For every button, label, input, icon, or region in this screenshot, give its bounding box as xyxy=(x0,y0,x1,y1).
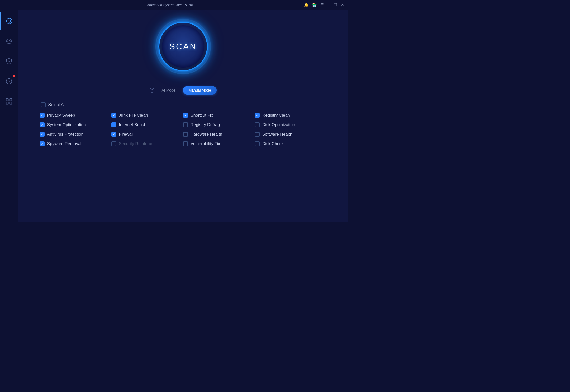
list-item[interactable]: Hardware Health xyxy=(183,132,255,137)
hardware-health-label: Hardware Health xyxy=(191,132,222,137)
close-icon[interactable]: ✕ xyxy=(341,3,344,7)
list-item[interactable]: Disk Optimization xyxy=(255,122,327,127)
hardware-health-checkbox[interactable] xyxy=(183,132,188,137)
shortcut-fix-checkbox[interactable] xyxy=(183,113,188,118)
list-item[interactable]: Antivirus Protection xyxy=(40,132,112,137)
registry-clean-label: Registry Clean xyxy=(262,113,290,118)
ai-mode-button[interactable]: AI Mode xyxy=(156,86,181,95)
checkbox-row-2: System Optimization Internet Boost Regis… xyxy=(40,122,327,127)
select-all-label: Select All xyxy=(48,102,66,107)
scan-inner-circle: SCAN xyxy=(162,25,204,68)
junk-file-clean-label: Junk File Clean xyxy=(119,113,148,118)
system-optimization-checkbox[interactable] xyxy=(40,122,45,127)
list-item[interactable]: Security Reinforce xyxy=(111,141,183,146)
antivirus-protection-checkbox[interactable] xyxy=(40,132,45,137)
spyware-removal-checkbox[interactable] xyxy=(40,141,45,146)
list-item[interactable]: Shortcut Fix xyxy=(183,113,255,118)
sidebar-item-home[interactable] xyxy=(0,12,18,30)
mode-selector: ? AI Mode Manual Mode xyxy=(150,86,217,95)
privacy-sweep-label: Privacy Sweep xyxy=(47,113,75,118)
list-item[interactable]: Software Health xyxy=(255,132,327,137)
scan-button[interactable]: SCAN xyxy=(154,17,212,75)
svg-rect-5 xyxy=(6,102,8,104)
vulnerability-fix-label: Vulnerability Fix xyxy=(191,141,220,146)
security-reinforce-checkbox[interactable] xyxy=(111,141,116,146)
internet-boost-checkbox[interactable] xyxy=(111,122,116,127)
checkbox-row-4: Spyware Removal Security Reinforce Vulne… xyxy=(40,141,327,146)
main-layout: SCAN ? AI Mode Manual Mode Select All Pr… xyxy=(0,10,348,222)
menu-icon[interactable]: ☰ xyxy=(320,3,324,7)
svg-rect-6 xyxy=(10,102,12,104)
select-all-row[interactable]: Select All xyxy=(40,102,327,107)
junk-file-clean-checkbox[interactable] xyxy=(111,113,116,118)
shortcut-fix-label: Shortcut Fix xyxy=(191,113,213,118)
main-content: SCAN ? AI Mode Manual Mode Select All Pr… xyxy=(18,10,348,222)
firewall-label: Firewall xyxy=(119,132,133,137)
window-controls: 🔔 🏪 ☰ ─ ☐ ✕ xyxy=(304,3,344,7)
vulnerability-fix-checkbox[interactable] xyxy=(183,141,188,146)
list-item[interactable]: Privacy Sweep xyxy=(40,113,112,118)
store-icon[interactable]: 🏪 xyxy=(312,3,317,7)
update-badge xyxy=(13,75,15,77)
manual-mode-button[interactable]: Manual Mode xyxy=(183,86,217,95)
registry-defrag-checkbox[interactable] xyxy=(183,122,188,127)
mode-help-icon[interactable]: ? xyxy=(150,88,154,93)
disk-optimization-checkbox[interactable] xyxy=(255,122,260,127)
sidebar-item-toolbox[interactable] xyxy=(0,92,18,110)
app-title: Advanced SystemCare 15 Pro xyxy=(36,3,304,7)
list-item[interactable]: Firewall xyxy=(111,132,183,137)
select-all-checkbox[interactable] xyxy=(41,102,46,107)
svg-point-0 xyxy=(7,18,12,24)
antivirus-protection-label: Antivirus Protection xyxy=(47,132,84,137)
sidebar xyxy=(0,10,18,222)
scan-area: SCAN xyxy=(154,10,212,75)
sidebar-item-protection[interactable] xyxy=(0,52,18,70)
software-health-checkbox[interactable] xyxy=(255,132,260,137)
scan-label: SCAN xyxy=(169,42,197,51)
list-item[interactable]: Disk Check xyxy=(255,141,327,146)
system-optimization-label: System Optimization xyxy=(47,122,86,127)
svg-rect-3 xyxy=(6,99,8,101)
internet-boost-label: Internet Boost xyxy=(119,122,145,127)
checkbox-row-1: Privacy Sweep Junk File Clean Shortcut F… xyxy=(40,113,327,118)
checkbox-row-3: Antivirus Protection Firewall Hardware H… xyxy=(40,132,327,137)
svg-point-1 xyxy=(8,20,10,22)
privacy-sweep-checkbox[interactable] xyxy=(40,113,45,118)
maximize-icon[interactable]: ☐ xyxy=(334,3,337,7)
list-item[interactable]: Junk File Clean xyxy=(111,113,183,118)
disk-optimization-label: Disk Optimization xyxy=(262,122,295,127)
disk-check-label: Disk Check xyxy=(262,141,284,146)
list-item[interactable]: Registry Defrag xyxy=(183,122,255,127)
title-bar: Advanced SystemCare 15 Pro 🔔 🏪 ☰ ─ ☐ ✕ xyxy=(0,0,348,10)
spyware-removal-label: Spyware Removal xyxy=(47,141,82,146)
minimize-icon[interactable]: ─ xyxy=(327,3,330,7)
registry-defrag-label: Registry Defrag xyxy=(191,122,220,127)
svg-rect-4 xyxy=(10,99,12,101)
list-item[interactable]: Internet Boost xyxy=(111,122,183,127)
list-item[interactable]: System Optimization xyxy=(40,122,112,127)
sidebar-item-performance[interactable] xyxy=(0,32,18,50)
list-item[interactable]: Vulnerability Fix xyxy=(183,141,255,146)
checkbox-grid: Select All Privacy Sweep Junk File Clean… xyxy=(35,102,332,151)
disk-check-checkbox[interactable] xyxy=(255,141,260,146)
sidebar-item-update[interactable] xyxy=(0,72,18,90)
security-reinforce-label: Security Reinforce xyxy=(119,141,153,146)
software-health-label: Software Health xyxy=(262,132,292,137)
firewall-checkbox[interactable] xyxy=(111,132,116,137)
registry-clean-checkbox[interactable] xyxy=(255,113,260,118)
list-item[interactable]: Registry Clean xyxy=(255,113,327,118)
list-item[interactable]: Spyware Removal xyxy=(40,141,112,146)
notification-icon[interactable]: 🔔 xyxy=(304,3,308,7)
